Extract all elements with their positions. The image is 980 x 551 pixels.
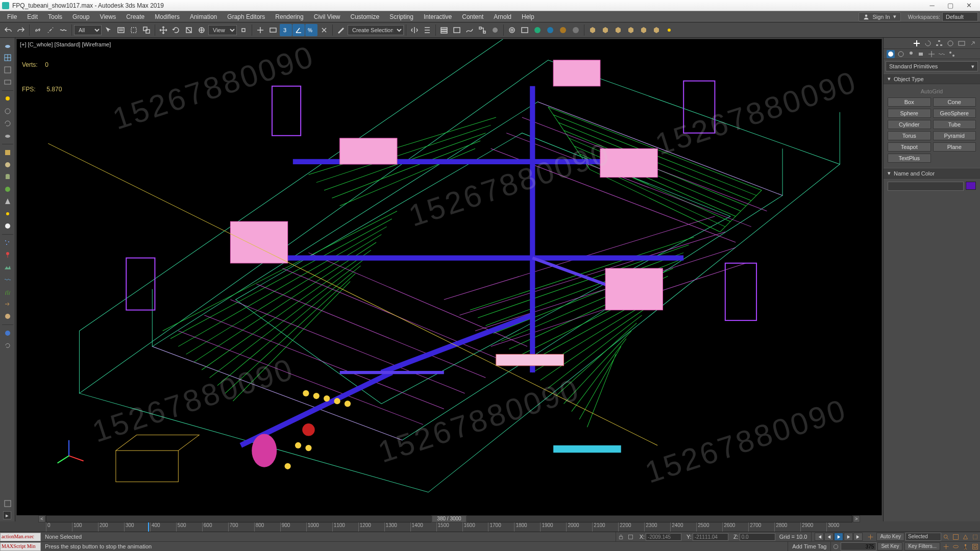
lock-selection-icon[interactable] bbox=[617, 533, 625, 541]
prim-tube[interactable]: Tube bbox=[933, 120, 976, 129]
prim-geosphere[interactable]: GeoSphere bbox=[933, 109, 976, 118]
timeline-ruler[interactable]: 0100200300400500600700800900100011001200… bbox=[46, 522, 852, 532]
box-c-button[interactable] bbox=[612, 24, 624, 36]
menu-file[interactable]: File bbox=[2, 11, 22, 22]
menu-customize[interactable]: Customize bbox=[346, 11, 385, 22]
placement-button[interactable] bbox=[195, 24, 208, 36]
light-bulb-icon[interactable] bbox=[2, 93, 14, 105]
grid-a-icon[interactable] bbox=[2, 52, 14, 63]
prim-pyramid[interactable]: Pyramid bbox=[933, 131, 976, 140]
menu-views[interactable]: Views bbox=[94, 11, 121, 22]
render-setup-button[interactable] bbox=[506, 24, 518, 36]
spinner-snap-button[interactable] bbox=[318, 24, 330, 36]
toggle-ribbon-button[interactable] bbox=[451, 24, 463, 36]
named-selection-edit-button[interactable] bbox=[335, 24, 347, 36]
maxscript-mini-2[interactable]: MAXScript Min bbox=[0, 542, 41, 551]
keyboard-shortcut-button[interactable] bbox=[267, 24, 279, 36]
spacewarps-subtab[interactable] bbox=[938, 50, 946, 58]
time-config-icon[interactable] bbox=[831, 542, 840, 551]
yellow-star-icon[interactable] bbox=[2, 208, 14, 219]
motion-tab-icon[interactable] bbox=[946, 39, 954, 47]
nav-fov-icon[interactable] bbox=[961, 533, 970, 541]
selection-filter[interactable]: All bbox=[74, 25, 102, 35]
coord-y[interactable] bbox=[693, 533, 728, 541]
curve-editor-button[interactable] bbox=[463, 24, 476, 36]
timeline-prev[interactable]: < bbox=[38, 515, 45, 522]
menu-content[interactable]: Content bbox=[457, 11, 488, 22]
angle-snap-button[interactable] bbox=[292, 24, 305, 36]
particles-icon[interactable] bbox=[2, 237, 14, 248]
key-selected-dropdown[interactable]: Selected bbox=[905, 533, 941, 541]
coord-z[interactable] bbox=[740, 533, 775, 541]
prim-box[interactable]: Box bbox=[888, 97, 931, 107]
percent-snap-button[interactable]: % bbox=[305, 24, 317, 36]
rollout-name-color[interactable]: ▾Name and Color bbox=[884, 168, 980, 179]
modify-tab-icon[interactable] bbox=[924, 39, 932, 47]
isolate-selection-icon[interactable] bbox=[626, 533, 635, 541]
nav-zoom-icon[interactable] bbox=[942, 533, 950, 541]
box-e-button[interactable] bbox=[638, 24, 650, 36]
cylinder-icon[interactable] bbox=[2, 171, 14, 183]
tan-circle-icon[interactable] bbox=[2, 311, 14, 322]
link-button[interactable] bbox=[32, 24, 44, 36]
render-activeshade-button[interactable] bbox=[557, 24, 569, 36]
prim-cone[interactable]: Cone bbox=[933, 97, 976, 107]
schematic-view-button[interactable] bbox=[476, 24, 488, 36]
menu-grapheditors[interactable]: Graph Editors bbox=[222, 11, 270, 22]
menu-arnold[interactable]: Arnold bbox=[488, 11, 517, 22]
play-button[interactable] bbox=[834, 533, 843, 541]
grass-icon[interactable] bbox=[2, 286, 14, 297]
add-time-tag[interactable]: Add Time Tag bbox=[788, 542, 831, 552]
manipulate-button[interactable] bbox=[254, 24, 266, 36]
select-region-rect-button[interactable] bbox=[128, 24, 140, 36]
flyout-toggle[interactable]: ▸ bbox=[3, 511, 11, 519]
menu-rendering[interactable]: Rendering bbox=[270, 11, 308, 22]
helpers-subtab[interactable] bbox=[927, 50, 936, 58]
rotate-icon[interactable] bbox=[2, 118, 14, 129]
object-name-input[interactable] bbox=[888, 182, 964, 191]
viewport-label[interactable]: [+] [C_whole] [Standard] [Wireframe] bbox=[20, 41, 111, 47]
timeline[interactable]: < 380 / 3000 > 0100200300400500600700800… bbox=[15, 515, 883, 532]
nav-orbit-icon[interactable] bbox=[951, 542, 960, 551]
grid-c-icon[interactable] bbox=[2, 77, 14, 88]
rollout-object-type[interactable]: ▾Object Type bbox=[884, 73, 980, 84]
timeline-next[interactable]: > bbox=[853, 515, 860, 522]
prim-teapot[interactable]: Teapot bbox=[888, 142, 931, 152]
coord-x[interactable] bbox=[646, 533, 681, 541]
prev-frame-button[interactable] bbox=[824, 533, 834, 541]
cone-icon[interactable] bbox=[2, 196, 14, 207]
key-mode-icon[interactable] bbox=[866, 533, 875, 541]
yellow-box-icon[interactable] bbox=[2, 147, 14, 158]
render-online-button[interactable] bbox=[570, 24, 582, 36]
named-selection-dropdown[interactable]: Create Selection Set bbox=[348, 25, 404, 35]
keyfilters-button[interactable]: Key Filters... bbox=[904, 542, 940, 550]
refcoord-dropdown[interactable]: View bbox=[208, 25, 237, 35]
box-f-button[interactable] bbox=[650, 24, 663, 36]
redo-button[interactable] bbox=[15, 24, 27, 36]
grid-b-icon[interactable] bbox=[2, 64, 14, 76]
menu-civilview[interactable]: Civil View bbox=[309, 11, 346, 22]
blue-sphere-icon[interactable] bbox=[2, 328, 14, 339]
menu-modifiers[interactable]: Modifiers bbox=[150, 11, 185, 22]
render-iterative-button[interactable] bbox=[544, 24, 556, 36]
workspace-dropdown[interactable]: Default bbox=[942, 12, 978, 21]
signin-button[interactable]: Sign In ▾ bbox=[859, 12, 900, 21]
maxscript-mini-1[interactable]: actionMan.exec bbox=[0, 533, 41, 541]
cloud-icon[interactable] bbox=[2, 130, 14, 141]
box-a-button[interactable] bbox=[586, 24, 599, 36]
maximize-button[interactable]: ▢ bbox=[941, 1, 960, 11]
box-d-button[interactable] bbox=[625, 24, 637, 36]
wave-icon[interactable] bbox=[2, 274, 14, 285]
sun-button[interactable] bbox=[663, 24, 675, 36]
menu-help[interactable]: Help bbox=[517, 11, 540, 22]
select-by-name-button[interactable] bbox=[115, 24, 127, 36]
refresh-icon[interactable] bbox=[2, 340, 14, 351]
unlink-button[interactable] bbox=[44, 24, 57, 36]
material-editor-button[interactable] bbox=[489, 24, 501, 36]
rendered-frame-button[interactable] bbox=[519, 24, 531, 36]
geometry-subtab[interactable] bbox=[887, 50, 895, 58]
sphere-wire-icon[interactable] bbox=[2, 106, 14, 117]
frame-display[interactable]: 380 / 3000 bbox=[431, 515, 467, 522]
prim-sphere[interactable]: Sphere bbox=[888, 109, 931, 118]
utilities-tab-icon[interactable] bbox=[969, 39, 977, 47]
